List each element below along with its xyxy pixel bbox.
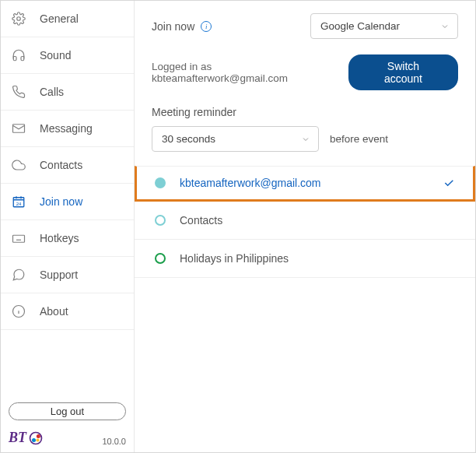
svg-point-6: [30, 432, 42, 444]
phone-icon: [12, 85, 26, 99]
sidebar-item-general[interactable]: General: [1, 1, 134, 37]
svg-point-9: [36, 438, 39, 441]
sidebar-item-sound[interactable]: Sound: [1, 37, 134, 74]
svg-point-8: [32, 438, 36, 442]
info-icon: [12, 304, 26, 318]
sidebar-item-label: General: [40, 12, 79, 25]
version-label: 10.0.0: [102, 437, 126, 446]
sidebar-item-messaging[interactable]: Messaging: [1, 111, 134, 147]
calendar-item-label: Contacts: [180, 214, 222, 226]
calendar-item-label: kbteamafterwork@gmail.com: [180, 177, 321, 189]
calendar-color-dot: [155, 253, 166, 264]
svg-text:24: 24: [16, 202, 22, 206]
chat-icon: [12, 268, 26, 282]
headphones-icon: [12, 48, 26, 62]
logged-in-label: Logged in as kbteamafterwork@gmail.com: [152, 61, 348, 84]
sidebar-item-label: Contacts: [40, 159, 82, 171]
sidebar-item-hotkeys[interactable]: Hotkeys: [1, 220, 134, 257]
svg-point-7: [37, 434, 40, 438]
calendar-item-label: Holidays in Philippines: [180, 252, 289, 265]
sidebar-item-label: Hotkeys: [40, 232, 79, 244]
check-icon: [443, 177, 455, 189]
switch-account-button[interactable]: Switch account: [348, 54, 458, 90]
sidebar-item-join-now[interactable]: 24 Join now: [1, 184, 134, 220]
sidebar-item-support[interactable]: Support: [1, 257, 134, 293]
chevron-down-icon: [301, 135, 310, 144]
reminder-select[interactable]: 30 seconds: [152, 126, 319, 152]
sidebar-item-calls[interactable]: Calls: [1, 74, 134, 111]
sidebar-item-label: About: [40, 305, 68, 318]
sidebar-item-about[interactable]: About: [1, 293, 134, 330]
calendar-source-select[interactable]: Google Calendar: [310, 13, 458, 39]
svg-rect-1: [13, 125, 25, 133]
sidebar-item-label: Calls: [40, 86, 64, 98]
reminder-suffix: before event: [330, 133, 388, 145]
logout-button[interactable]: Log out: [9, 402, 126, 420]
sidebar-item-contacts[interactable]: Contacts: [1, 147, 134, 184]
sidebar-item-label: Sound: [40, 49, 71, 61]
keyboard-icon: [12, 231, 26, 245]
sidebar-item-label: Join now: [40, 195, 82, 208]
chevron-down-icon: [440, 22, 450, 31]
page-title: Join now: [152, 20, 194, 33]
bt-logo: BT: [9, 430, 44, 446]
sidebar-item-label: Support: [40, 269, 78, 281]
svg-point-0: [17, 17, 21, 21]
mail-icon: [12, 121, 26, 135]
cloud-icon: [12, 158, 26, 172]
calendar-icon: 24: [12, 195, 26, 209]
calendar-color-dot: [155, 215, 166, 226]
gear-icon: [12, 12, 26, 26]
calendar-item-primary[interactable]: kbteamafterwork@gmail.com: [135, 166, 475, 202]
calendar-item-contacts[interactable]: Contacts: [135, 202, 475, 240]
info-help-icon[interactable]: i: [201, 21, 212, 32]
sidebar-item-label: Messaging: [40, 122, 93, 135]
calendar-item-holidays[interactable]: Holidays in Philippines: [135, 240, 475, 278]
reminder-heading: Meeting reminder: [152, 106, 458, 118]
svg-rect-4: [13, 235, 25, 242]
calendar-color-dot: [155, 177, 166, 188]
